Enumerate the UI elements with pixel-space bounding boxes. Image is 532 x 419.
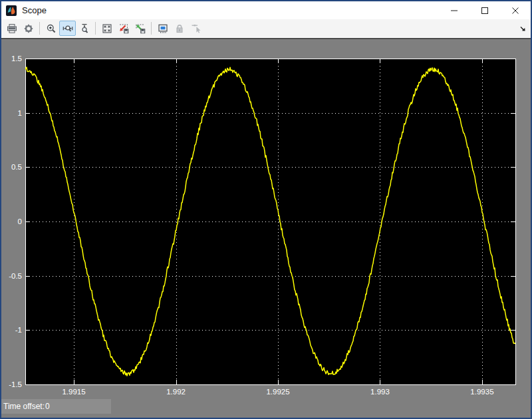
x-tick-label: 1.993	[370, 388, 390, 396]
maximize-button[interactable]	[469, 1, 500, 19]
simulink-scope-logo-icon[interactable]	[6, 5, 17, 16]
save-axes-icon	[118, 23, 129, 34]
y-tick-label: -1	[15, 326, 22, 334]
time-offset-value: 0	[45, 402, 50, 411]
toolbar-separator	[95, 22, 96, 35]
save-axes-button[interactable]	[115, 21, 132, 36]
minimize-button[interactable]	[439, 1, 469, 19]
figure-area: 1.99151.9921.99251.9931.99351.510.50-0.5…	[1, 39, 531, 418]
zoom-in-icon	[46, 23, 57, 34]
window-controls	[439, 1, 531, 19]
y-tick-label: -0.5	[9, 272, 22, 280]
floating-scope-icon	[158, 23, 168, 34]
window-title: Scope	[22, 5, 47, 15]
zoom-x-button[interactable]	[59, 21, 76, 36]
parameters-gear-icon	[23, 23, 34, 34]
titlebar: Scope	[1, 1, 531, 19]
print-icon	[7, 23, 17, 34]
y-tick-label: 1	[18, 109, 22, 117]
toolbar-separator	[151, 22, 152, 35]
zoom-button[interactable]	[43, 21, 59, 36]
toolbar-overflow-arrow-icon	[519, 25, 527, 33]
scope-plot: 1.99151.9921.99251.9931.99351.510.50-0.5…	[1, 39, 531, 418]
toolbar	[1, 19, 531, 37]
autoscale-icon	[102, 23, 112, 34]
signal-selection-button[interactable]	[188, 21, 204, 36]
y-tick-label: 0.5	[11, 163, 22, 171]
x-tick-label: 1.992	[166, 388, 186, 396]
x-tick-label: 1.9915	[62, 388, 85, 396]
zoom-y-button[interactable]	[76, 21, 92, 36]
scope-window: Scope	[0, 0, 532, 419]
floating-scope-button[interactable]	[154, 21, 171, 36]
autoscale-button[interactable]	[98, 21, 115, 36]
y-tick-label: 0	[18, 217, 22, 225]
toolbar-separator	[39, 22, 40, 35]
lock-icon	[174, 23, 185, 34]
minimize-icon	[451, 7, 458, 14]
toolbar-overflow-button[interactable]	[518, 24, 527, 33]
close-button[interactable]	[500, 1, 531, 19]
maximize-icon	[481, 7, 488, 14]
y-tick-label: 1.5	[11, 55, 22, 63]
print-button[interactable]	[3, 21, 20, 36]
parameters-button[interactable]	[20, 21, 37, 36]
zoom-x-axis-icon	[63, 23, 73, 34]
y-tick-label: -1.5	[9, 380, 22, 388]
x-tick-label: 1.9935	[470, 388, 493, 396]
restore-axes-button[interactable]	[132, 21, 148, 36]
x-tick-label: 1.9925	[266, 388, 289, 396]
zoom-y-axis-icon	[79, 23, 90, 34]
signal-selection-icon	[191, 23, 201, 34]
lock-axes-button[interactable]	[171, 21, 188, 36]
time-offset-label: Time offset:	[3, 402, 45, 411]
restore-axes-icon	[135, 23, 146, 34]
close-icon	[512, 7, 519, 14]
